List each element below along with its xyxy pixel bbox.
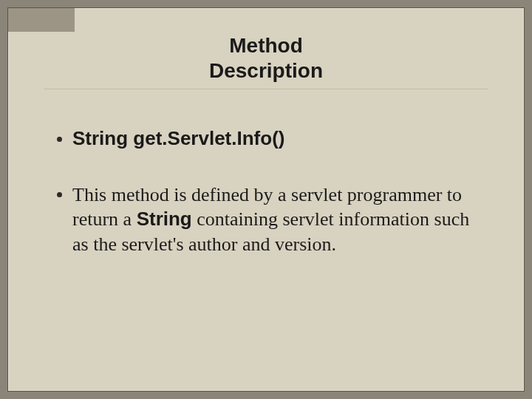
slide-container: Method Description String get.Servlet.In… xyxy=(7,7,525,392)
bullet-dot-icon xyxy=(57,192,62,197)
title-line-2: Description xyxy=(44,58,488,83)
bullet-item: This method is defined by a servlet prog… xyxy=(44,183,488,256)
bullet-dot-icon xyxy=(57,137,62,142)
title-line-1: Method xyxy=(44,33,488,58)
bullet-item: String get.Servlet.Info() xyxy=(44,127,488,150)
title-divider xyxy=(44,89,488,90)
corner-decoration xyxy=(8,8,75,32)
bullet-text-bold: String xyxy=(137,208,192,230)
bullet-text: This method is defined by a servlet prog… xyxy=(72,183,486,256)
slide-title: Method Description xyxy=(44,33,488,83)
bullet-text: String get.Servlet.Info() xyxy=(72,127,284,150)
